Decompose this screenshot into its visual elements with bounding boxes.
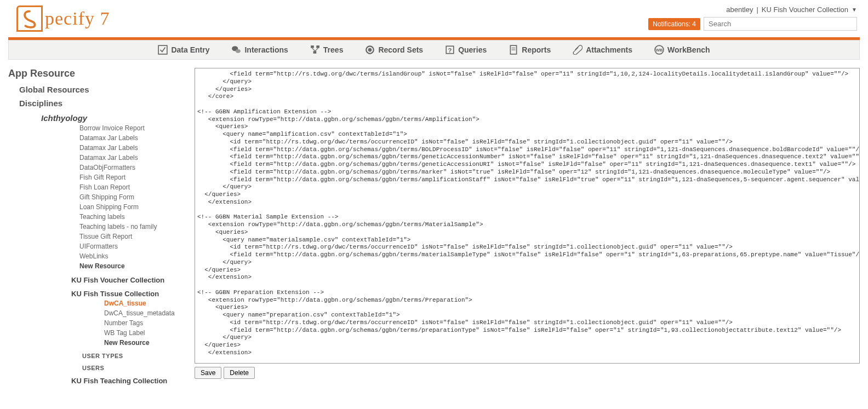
svg-point-7 <box>368 48 372 52</box>
sidebar-item[interactable]: Loan Shipping Form <box>79 203 184 211</box>
sidebar-item[interactable]: Number Tags <box>104 319 184 327</box>
logo-icon <box>16 5 43 32</box>
svg-rect-0 <box>159 45 168 54</box>
sidebar-ichthyology[interactable]: Ichthyology <box>41 113 184 123</box>
username: abentley <box>726 5 753 14</box>
sidebar-user-types[interactable]: USER TYPES <box>82 353 184 359</box>
nav-reports[interactable]: Reports <box>509 45 551 55</box>
collection-name: KU Fish Voucher Collection <box>762 5 848 14</box>
sidebar-voucher-collection[interactable]: KU Fish Voucher Collection <box>71 276 184 284</box>
svg-text:WB: WB <box>655 48 663 53</box>
nav-record-sets[interactable]: Record Sets <box>365 45 423 55</box>
chevron-down-icon: ▼ <box>852 7 857 13</box>
page-title: App Resource <box>8 68 184 79</box>
svg-rect-3 <box>311 45 314 48</box>
sidebar-item[interactable]: Teaching labels - no family <box>79 222 184 231</box>
chat-icon <box>231 45 241 55</box>
main-nav: Data Entry Interactions Trees Record Set… <box>8 40 860 60</box>
sidebar-item[interactable]: UIFormatters <box>79 242 184 251</box>
sidebar-tissue-collection[interactable]: KU Fish Tissue Collection <box>71 290 184 298</box>
user-menu[interactable]: abentley | KU Fish Voucher Collection ▼ <box>726 5 857 14</box>
sidebar-new-resource[interactable]: New Resource <box>79 262 184 270</box>
sidebar-item[interactable]: Borrow Invoice Report <box>79 124 184 133</box>
search-input[interactable] <box>704 17 857 31</box>
sidebar-item[interactable]: Gift Shipping Form <box>79 193 184 201</box>
record-icon <box>365 45 375 55</box>
nav-workbench[interactable]: WBWorkBench <box>654 45 710 55</box>
svg-text:?: ? <box>448 47 452 54</box>
edit-icon <box>158 45 168 55</box>
sidebar-item[interactable]: DwCA_tissue_metadata <box>104 309 184 318</box>
sidebar-item[interactable]: DataObjFormatters <box>79 163 184 172</box>
save-button[interactable]: Save <box>195 367 221 379</box>
sidebar-global-resources[interactable]: Global Resources <box>19 85 184 94</box>
sidebar-item[interactable]: Datamax Jar Labels <box>79 134 184 142</box>
delete-button[interactable]: Delete <box>224 367 255 379</box>
nav-attachments[interactable]: Attachments <box>573 45 632 55</box>
sidebar-item[interactable]: Tissue Gift Report <box>79 232 184 241</box>
nav-trees[interactable]: Trees <box>310 45 344 55</box>
resource-editor[interactable] <box>195 68 860 364</box>
sidebar-item[interactable]: Fish Gift Report <box>79 173 184 182</box>
sidebar: App Resource Global Resources Discipline… <box>8 68 184 385</box>
logo[interactable]: pecify 7 <box>16 5 110 32</box>
workbench-icon: WB <box>654 45 664 55</box>
query-icon: ? <box>445 45 455 55</box>
report-icon <box>509 45 518 55</box>
nav-queries[interactable]: ?Queries <box>445 45 487 55</box>
sidebar-item[interactable]: WebLinks <box>79 252 184 261</box>
svg-rect-5 <box>313 51 316 54</box>
sidebar-item[interactable]: Teaching labels <box>79 212 184 221</box>
nav-interactions[interactable]: Interactions <box>231 45 288 55</box>
tree-icon <box>310 45 320 55</box>
logo-text: pecify 7 <box>45 8 110 29</box>
sidebar-item[interactable]: Fish Loan Report <box>79 183 184 192</box>
sidebar-item[interactable]: WB Tag Label <box>104 329 184 337</box>
sidebar-item[interactable]: Datamax Jar Labels <box>79 153 184 162</box>
notifications-badge[interactable]: Notifications: 4 <box>648 18 700 30</box>
svg-rect-4 <box>316 45 319 48</box>
paperclip-icon <box>573 45 583 55</box>
sidebar-new-resource[interactable]: New Resource <box>104 338 184 347</box>
sidebar-teaching-collection[interactable]: KU Fish Teaching Collection <box>71 377 184 385</box>
sidebar-item[interactable]: Datamax Jar Labels <box>79 143 184 152</box>
nav-data-entry[interactable]: Data Entry <box>158 45 209 55</box>
sidebar-disciplines[interactable]: Disciplines <box>19 99 184 108</box>
svg-point-2 <box>236 49 241 53</box>
sidebar-users[interactable]: USERS <box>82 365 184 371</box>
sidebar-item-dwca-tissue[interactable]: DwCA_tissue <box>104 299 184 308</box>
